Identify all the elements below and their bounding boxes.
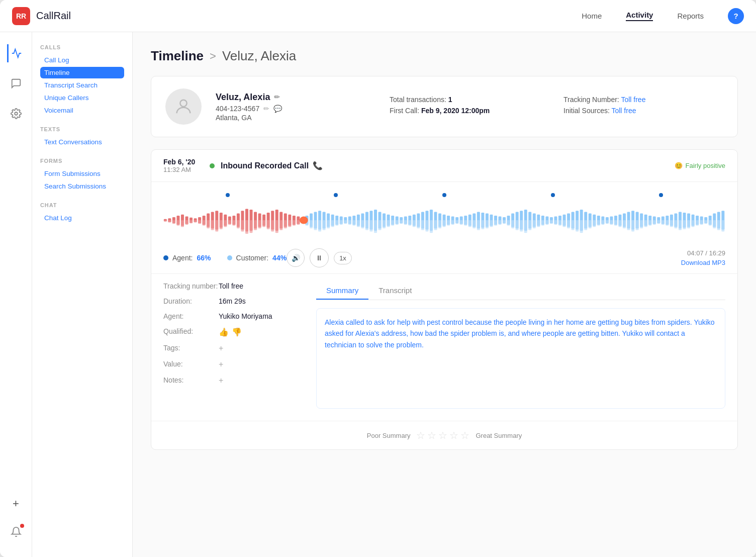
value-detail: Value: + — [163, 360, 304, 369]
tab-summary[interactable]: Summary — [316, 282, 368, 300]
waveform-area[interactable] — [151, 182, 737, 244]
svg-rect-19 — [198, 220, 201, 224]
tracking-number-detail: Tracking number: Toll free — [163, 282, 304, 290]
thumbs-down-icon[interactable]: 👎 — [232, 327, 242, 337]
icon-add[interactable]: + — [7, 495, 25, 513]
contact-card: Veluz, Alexia ✏ 404-123-4567 ✏ 💬 Atlanta… — [151, 76, 738, 137]
icon-activity[interactable] — [7, 44, 25, 62]
sidebar-chat-title: CHAT — [40, 202, 124, 208]
help-button[interactable]: ? — [728, 8, 744, 24]
svg-rect-93 — [357, 220, 360, 227]
download-mp3-link[interactable]: Download MP3 — [681, 259, 725, 266]
sidebar-item-transcript-search[interactable]: Transcript Search — [40, 79, 124, 91]
svg-rect-57 — [279, 220, 282, 230]
nav-reports[interactable]: Reports — [677, 12, 704, 20]
svg-rect-27 — [215, 220, 218, 232]
playback-row: Agent: 66% Customer: 44% 🔊 ⏸ 1x — [151, 244, 737, 273]
add-value-icon[interactable]: + — [219, 360, 223, 369]
svg-rect-203 — [593, 220, 596, 227]
svg-rect-115 — [404, 220, 407, 225]
customer-stat: Customer: 44% — [227, 254, 287, 262]
svg-rect-247 — [687, 220, 690, 228]
icon-chat[interactable] — [7, 74, 25, 92]
svg-rect-239 — [670, 220, 673, 227]
speed-button[interactable]: 1x — [334, 252, 352, 264]
edit-name-icon[interactable]: ✏ — [274, 93, 280, 101]
svg-rect-225 — [640, 220, 643, 228]
volume-button[interactable]: 🔊 — [287, 249, 305, 267]
svg-rect-241 — [674, 220, 677, 228]
star-1[interactable]: ☆ — [416, 429, 425, 441]
edit-phone-icon[interactable]: ✏ — [263, 105, 269, 113]
svg-rect-261 — [717, 220, 720, 230]
tab-transcript[interactable]: Transcript — [368, 282, 422, 300]
star-5[interactable]: ☆ — [460, 429, 469, 441]
sidebar-item-chat-log[interactable]: Chat Log — [40, 212, 124, 224]
sidebar-item-search-submissions[interactable]: Search Submissions — [40, 180, 124, 192]
svg-rect-251 — [696, 220, 699, 226]
sidebar-item-calllog[interactable]: Call Log — [40, 54, 124, 66]
waveform-container[interactable] — [163, 190, 725, 240]
svg-rect-65 — [297, 220, 300, 225]
svg-rect-103 — [379, 220, 382, 230]
sidebar-texts-title: TEXTS — [40, 126, 124, 132]
svg-rect-231 — [653, 220, 656, 225]
star-2[interactable]: ☆ — [427, 429, 436, 441]
svg-rect-145 — [468, 220, 471, 227]
svg-rect-17 — [194, 220, 197, 223]
message-icon[interactable]: 💬 — [273, 105, 282, 113]
svg-rect-183 — [550, 220, 553, 224]
star-4[interactable]: ☆ — [449, 429, 458, 441]
initial-sources-link[interactable]: Toll free — [611, 107, 636, 115]
svg-rect-83 — [335, 220, 338, 226]
star-3[interactable]: ☆ — [438, 429, 447, 441]
svg-rect-177 — [537, 220, 540, 227]
svg-rect-235 — [662, 220, 665, 225]
agent-stats: Agent: 66% Customer: 44% — [163, 254, 287, 262]
svg-rect-157 — [494, 220, 497, 226]
svg-rect-233 — [657, 220, 660, 224]
sidebar-item-unique-callers[interactable]: Unique Callers — [40, 92, 124, 104]
add-notes-icon[interactable]: + — [219, 376, 223, 385]
nav-activity[interactable]: Activity — [626, 11, 653, 21]
summary-box: Alexia called to ask for help with pest … — [316, 308, 725, 409]
sidebar-item-form-submissions[interactable]: Form Submissions — [40, 168, 124, 179]
svg-rect-101 — [374, 220, 377, 233]
sidebar-item-text-conversations[interactable]: Text Conversations — [40, 136, 124, 148]
svg-rect-77 — [323, 220, 326, 230]
customer-label: Customer: — [236, 254, 269, 262]
svg-rect-191 — [567, 220, 570, 228]
svg-rect-229 — [648, 220, 651, 226]
svg-rect-171 — [524, 220, 527, 233]
svg-rect-195 — [576, 220, 579, 232]
customer-percentage: 44% — [272, 254, 287, 262]
svg-rect-143 — [464, 220, 467, 226]
star-rating[interactable]: ☆ ☆ ☆ ☆ ☆ — [416, 429, 469, 441]
icon-settings[interactable] — [7, 105, 25, 123]
svg-rect-113 — [400, 220, 403, 224]
svg-rect-75 — [318, 220, 321, 232]
breadcrumb-name: Veluz, Alexia — [222, 48, 296, 64]
sidebar-item-timeline[interactable]: Timeline — [40, 67, 124, 78]
svg-rect-81 — [331, 220, 334, 227]
pause-button[interactable]: ⏸ — [310, 248, 329, 267]
breadcrumb-timeline: Timeline — [151, 48, 204, 64]
sidebar-chat-section: CHAT Chat Log — [40, 202, 124, 224]
svg-rect-123 — [421, 220, 424, 230]
svg-rect-79 — [327, 220, 330, 228]
tracking-number-link[interactable]: Toll free — [621, 96, 645, 104]
icon-bar: + — [0, 32, 32, 557]
sidebar-item-voicemail[interactable]: Voicemail — [40, 105, 124, 116]
add-tag-icon[interactable]: + — [219, 344, 223, 353]
thumbs-up-icon[interactable]: 👍 — [219, 327, 229, 337]
sentiment-icon: 😊 — [675, 162, 683, 169]
nav-home[interactable]: Home — [582, 12, 602, 20]
icon-notifications[interactable] — [7, 523, 25, 541]
svg-rect-127 — [430, 220, 433, 233]
svg-rect-9 — [176, 220, 179, 226]
svg-rect-263 — [721, 220, 724, 232]
svg-rect-63 — [293, 220, 296, 226]
svg-rect-217 — [623, 220, 626, 228]
svg-rect-167 — [516, 220, 519, 230]
qualified-detail: Qualified: 👍 👎 — [163, 327, 304, 337]
